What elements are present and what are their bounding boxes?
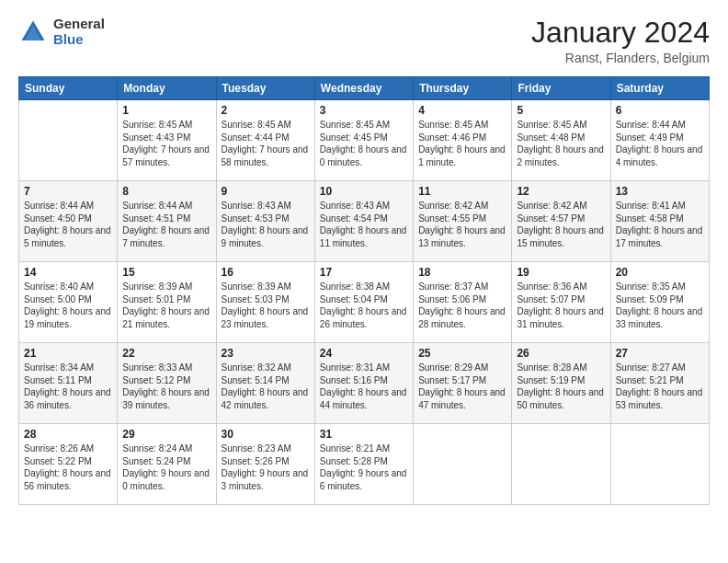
day-number: 15 bbox=[122, 266, 210, 279]
day-info: Sunrise: 8:39 AMSunset: 5:01 PMDaylight:… bbox=[122, 281, 210, 330]
calendar-week-3: 14Sunrise: 8:40 AMSunset: 5:00 PMDayligh… bbox=[19, 262, 710, 343]
calendar-cell: 16Sunrise: 8:39 AMSunset: 5:03 PMDayligh… bbox=[216, 262, 314, 343]
day-number: 7 bbox=[24, 185, 112, 198]
day-number: 11 bbox=[418, 185, 506, 198]
logo: General Blue bbox=[18, 17, 105, 47]
day-info: Sunrise: 8:43 AMSunset: 4:53 PMDaylight:… bbox=[222, 200, 310, 249]
day-number: 16 bbox=[222, 266, 310, 279]
calendar-cell: 8Sunrise: 8:44 AMSunset: 4:51 PMDaylight… bbox=[118, 181, 216, 262]
day-of-week-sunday: Sunday bbox=[19, 77, 118, 100]
calendar-cell: 9Sunrise: 8:43 AMSunset: 4:53 PMDaylight… bbox=[216, 181, 314, 262]
day-number: 27 bbox=[616, 347, 704, 360]
day-number: 2 bbox=[222, 104, 310, 117]
day-info: Sunrise: 8:45 AMSunset: 4:46 PMDaylight:… bbox=[418, 119, 506, 168]
day-of-week-tuesday: Tuesday bbox=[216, 77, 314, 100]
calendar-cell: 19Sunrise: 8:36 AMSunset: 5:07 PMDayligh… bbox=[512, 262, 610, 343]
calendar-cell: 30Sunrise: 8:23 AMSunset: 5:26 PMDayligh… bbox=[216, 424, 314, 505]
day-number: 31 bbox=[320, 428, 408, 441]
day-number: 10 bbox=[320, 185, 408, 198]
calendar-cell: 11Sunrise: 8:42 AMSunset: 4:55 PMDayligh… bbox=[414, 181, 512, 262]
calendar-cell: 13Sunrise: 8:41 AMSunset: 4:58 PMDayligh… bbox=[610, 181, 709, 262]
calendar-cell: 20Sunrise: 8:35 AMSunset: 5:09 PMDayligh… bbox=[610, 262, 709, 343]
calendar-body: 1Sunrise: 8:45 AMSunset: 4:43 PMDaylight… bbox=[19, 100, 710, 505]
day-number: 23 bbox=[222, 347, 310, 360]
day-info: Sunrise: 8:27 AMSunset: 5:21 PMDaylight:… bbox=[616, 362, 704, 411]
location: Ranst, Flanders, Belgium bbox=[531, 51, 710, 65]
calendar-cell: 10Sunrise: 8:43 AMSunset: 4:54 PMDayligh… bbox=[314, 181, 413, 262]
day-number: 13 bbox=[616, 185, 704, 198]
calendar-cell: 18Sunrise: 8:37 AMSunset: 5:06 PMDayligh… bbox=[414, 262, 512, 343]
day-number: 24 bbox=[320, 347, 408, 360]
calendar-cell: 27Sunrise: 8:27 AMSunset: 5:21 PMDayligh… bbox=[610, 343, 709, 424]
day-number: 9 bbox=[222, 185, 310, 198]
title-block: January 2024 Ranst, Flanders, Belgium bbox=[531, 17, 710, 65]
day-info: Sunrise: 8:44 AMSunset: 4:49 PMDaylight:… bbox=[616, 119, 704, 168]
calendar-cell: 4Sunrise: 8:45 AMSunset: 4:46 PMDaylight… bbox=[414, 100, 512, 181]
day-info: Sunrise: 8:32 AMSunset: 5:14 PMDaylight:… bbox=[222, 362, 310, 411]
calendar-cell: 28Sunrise: 8:26 AMSunset: 5:22 PMDayligh… bbox=[19, 424, 118, 505]
calendar-cell: 6Sunrise: 8:44 AMSunset: 4:49 PMDaylight… bbox=[610, 100, 709, 181]
calendar-cell: 2Sunrise: 8:45 AMSunset: 4:44 PMDaylight… bbox=[216, 100, 314, 181]
day-info: Sunrise: 8:45 AMSunset: 4:45 PMDaylight:… bbox=[320, 119, 408, 168]
day-of-week-friday: Friday bbox=[512, 77, 610, 100]
calendar-cell: 1Sunrise: 8:45 AMSunset: 4:43 PMDaylight… bbox=[118, 100, 216, 181]
calendar-week-1: 1Sunrise: 8:45 AMSunset: 4:43 PMDaylight… bbox=[19, 100, 710, 181]
day-info: Sunrise: 8:44 AMSunset: 4:50 PMDaylight:… bbox=[24, 200, 112, 249]
calendar-cell: 7Sunrise: 8:44 AMSunset: 4:50 PMDaylight… bbox=[19, 181, 118, 262]
day-info: Sunrise: 8:40 AMSunset: 5:00 PMDaylight:… bbox=[24, 281, 112, 330]
logo-text: General Blue bbox=[53, 17, 105, 47]
day-info: Sunrise: 8:24 AMSunset: 5:24 PMDaylight:… bbox=[122, 442, 210, 492]
day-info: Sunrise: 8:39 AMSunset: 5:03 PMDaylight:… bbox=[222, 281, 310, 330]
calendar-cell: 24Sunrise: 8:31 AMSunset: 5:16 PMDayligh… bbox=[314, 343, 413, 424]
calendar-cell bbox=[610, 424, 709, 505]
day-number: 12 bbox=[517, 185, 605, 198]
day-info: Sunrise: 8:29 AMSunset: 5:17 PMDaylight:… bbox=[418, 362, 506, 411]
day-info: Sunrise: 8:33 AMSunset: 5:12 PMDaylight:… bbox=[122, 362, 210, 411]
calendar-cell: 3Sunrise: 8:45 AMSunset: 4:45 PMDaylight… bbox=[314, 100, 413, 181]
day-info: Sunrise: 8:23 AMSunset: 5:26 PMDaylight:… bbox=[222, 442, 310, 492]
day-info: Sunrise: 8:45 AMSunset: 4:43 PMDaylight:… bbox=[122, 119, 210, 168]
day-info: Sunrise: 8:42 AMSunset: 4:55 PMDaylight:… bbox=[418, 200, 506, 249]
month-title: January 2024 bbox=[531, 17, 710, 49]
calendar-cell: 31Sunrise: 8:21 AMSunset: 5:28 PMDayligh… bbox=[314, 424, 413, 505]
day-info: Sunrise: 8:37 AMSunset: 5:06 PMDaylight:… bbox=[418, 281, 506, 330]
day-number: 25 bbox=[418, 347, 506, 360]
calendar-cell: 15Sunrise: 8:39 AMSunset: 5:01 PMDayligh… bbox=[118, 262, 216, 343]
day-number: 21 bbox=[24, 347, 112, 360]
calendar-cell bbox=[512, 424, 610, 505]
day-number: 6 bbox=[616, 104, 704, 117]
day-info: Sunrise: 8:43 AMSunset: 4:54 PMDaylight:… bbox=[320, 200, 408, 249]
day-number: 28 bbox=[24, 428, 112, 441]
calendar-cell: 12Sunrise: 8:42 AMSunset: 4:57 PMDayligh… bbox=[512, 181, 610, 262]
day-info: Sunrise: 8:38 AMSunset: 5:04 PMDaylight:… bbox=[320, 281, 408, 330]
calendar-cell bbox=[19, 100, 118, 181]
day-info: Sunrise: 8:41 AMSunset: 4:58 PMDaylight:… bbox=[616, 200, 704, 249]
page: General Blue January 2024 Ranst, Flander… bbox=[0, 0, 728, 563]
day-number: 17 bbox=[320, 266, 408, 279]
calendar-week-2: 7Sunrise: 8:44 AMSunset: 4:50 PMDaylight… bbox=[19, 181, 710, 262]
calendar-cell: 17Sunrise: 8:38 AMSunset: 5:04 PMDayligh… bbox=[314, 262, 413, 343]
calendar-cell: 26Sunrise: 8:28 AMSunset: 5:19 PMDayligh… bbox=[512, 343, 610, 424]
calendar-cell: 5Sunrise: 8:45 AMSunset: 4:48 PMDaylight… bbox=[512, 100, 610, 181]
calendar-header: SundayMondayTuesdayWednesdayThursdayFrid… bbox=[19, 77, 710, 100]
day-info: Sunrise: 8:35 AMSunset: 5:09 PMDaylight:… bbox=[616, 281, 704, 330]
day-number: 22 bbox=[122, 347, 210, 360]
day-number: 4 bbox=[418, 104, 506, 117]
day-number: 20 bbox=[616, 266, 704, 279]
day-number: 29 bbox=[122, 428, 210, 441]
day-number: 19 bbox=[517, 266, 605, 279]
day-of-week-monday: Monday bbox=[118, 77, 216, 100]
day-info: Sunrise: 8:42 AMSunset: 4:57 PMDaylight:… bbox=[517, 200, 605, 249]
calendar: SundayMondayTuesdayWednesdayThursdayFrid… bbox=[18, 76, 710, 505]
day-info: Sunrise: 8:44 AMSunset: 4:51 PMDaylight:… bbox=[122, 200, 210, 249]
day-number: 30 bbox=[222, 428, 310, 441]
logo-general-text: General bbox=[53, 17, 105, 32]
calendar-cell: 23Sunrise: 8:32 AMSunset: 5:14 PMDayligh… bbox=[216, 343, 314, 424]
day-number: 14 bbox=[24, 266, 112, 279]
calendar-cell: 25Sunrise: 8:29 AMSunset: 5:17 PMDayligh… bbox=[414, 343, 512, 424]
day-number: 1 bbox=[122, 104, 210, 117]
calendar-cell bbox=[414, 424, 512, 505]
day-number: 8 bbox=[122, 185, 210, 198]
header: General Blue January 2024 Ranst, Flander… bbox=[18, 17, 710, 65]
day-info: Sunrise: 8:21 AMSunset: 5:28 PMDaylight:… bbox=[320, 442, 408, 492]
